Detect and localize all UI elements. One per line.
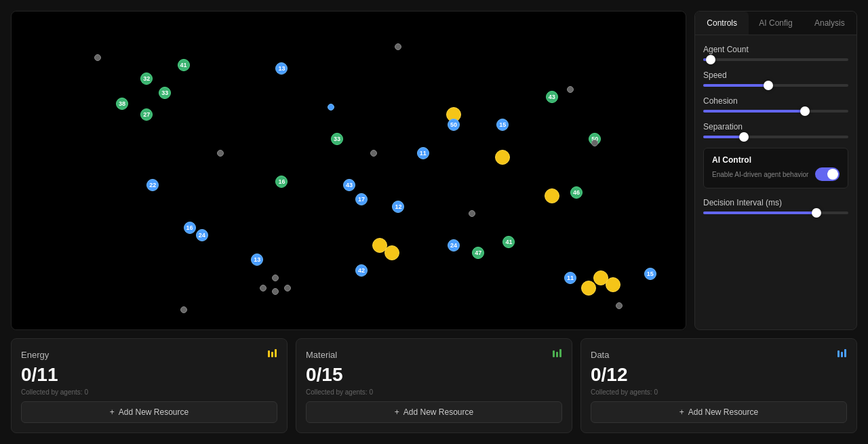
agent-dot: 43 bbox=[546, 91, 558, 103]
tab-analysis[interactable]: Analysis bbox=[803, 12, 856, 35]
energy-card: Energy 0/11 Collected by agents: 0 + Add… bbox=[11, 338, 288, 433]
plus-icon: + bbox=[679, 407, 684, 417]
agent-dot bbox=[495, 150, 510, 165]
panel-tabs: Controls AI Config Analysis bbox=[695, 12, 856, 35]
agent-dot: 16 bbox=[275, 176, 288, 188]
plus-icon: + bbox=[395, 407, 399, 417]
tab-ai-config[interactable]: AI Config bbox=[749, 12, 802, 35]
svg-rect-7 bbox=[841, 352, 843, 357]
data-icon bbox=[836, 348, 847, 361]
energy-count: 0/11 bbox=[21, 365, 277, 384]
agent-dot bbox=[284, 285, 291, 291]
agent-dot: 47 bbox=[472, 247, 484, 259]
energy-icon bbox=[267, 348, 277, 361]
agent-count-label: Agent Count bbox=[703, 45, 848, 54]
agent-dot: 17 bbox=[355, 193, 368, 205]
add-data-button[interactable]: + Add New Resource bbox=[591, 401, 847, 423]
agent-dot: 15 bbox=[496, 119, 509, 131]
agent-dot: 50 bbox=[448, 119, 460, 131]
agent-dot bbox=[180, 306, 187, 313]
agent-dot: 38 bbox=[116, 98, 128, 110]
tab-controls[interactable]: Controls bbox=[695, 12, 749, 35]
data-title: Data bbox=[591, 350, 609, 360]
decision-interval-label: Decision Interval (ms) bbox=[703, 198, 848, 207]
agent-dot bbox=[567, 86, 574, 93]
add-energy-button[interactable]: + Add New Resource bbox=[21, 401, 277, 423]
agent-dot bbox=[591, 140, 598, 146]
material-icon bbox=[551, 348, 562, 361]
svg-rect-2 bbox=[275, 349, 277, 357]
material-collected: Collected by agents: 0 bbox=[306, 388, 562, 396]
agent-dot bbox=[581, 281, 596, 296]
energy-collected: Collected by agents: 0 bbox=[21, 388, 277, 396]
agent-dot: 42 bbox=[355, 264, 368, 277]
cohesion-label: Cohesion bbox=[703, 96, 848, 106]
agent-dot bbox=[545, 188, 559, 203]
svg-rect-1 bbox=[271, 352, 273, 357]
agent-dot: 13 bbox=[275, 62, 288, 75]
ai-control-description: Enable AI-driven agent behavior bbox=[712, 171, 815, 178]
material-title: Material bbox=[306, 350, 337, 360]
agent-dot: 33 bbox=[159, 87, 171, 99]
agent-count-slider[interactable] bbox=[703, 58, 848, 61]
agent-dot bbox=[395, 43, 401, 50]
agent-count-control: Agent Count bbox=[703, 45, 848, 61]
panel-content: Agent Count Speed Cohesion bbox=[695, 35, 856, 224]
agent-dot: 41 bbox=[502, 236, 515, 248]
data-collected: Collected by agents: 0 bbox=[591, 388, 847, 396]
resource-cards: Energy 0/11 Collected by agents: 0 + Add… bbox=[11, 338, 857, 433]
agent-dot bbox=[272, 288, 279, 295]
svg-rect-5 bbox=[559, 349, 561, 357]
speed-slider[interactable] bbox=[703, 84, 848, 87]
agent-dot: 24 bbox=[196, 229, 208, 241]
agent-dot: 27 bbox=[140, 108, 153, 121]
ai-control-toggle[interactable] bbox=[815, 167, 840, 181]
agent-dot bbox=[370, 150, 377, 157]
agent-dot: 32 bbox=[140, 73, 153, 85]
agent-dot bbox=[260, 285, 267, 291]
agent-dot bbox=[94, 54, 101, 61]
agent-dot bbox=[384, 245, 399, 260]
agent-dot bbox=[616, 302, 623, 309]
energy-title: Energy bbox=[21, 350, 49, 360]
material-card: Material 0/15 Collected by agents: 0 + A… bbox=[296, 338, 572, 433]
agent-dot bbox=[328, 104, 334, 110]
agent-dot: 46 bbox=[570, 186, 583, 199]
svg-rect-4 bbox=[556, 352, 558, 357]
separation-control: Separation bbox=[703, 122, 848, 138]
agent-dot: 11 bbox=[417, 147, 429, 159]
agent-dot bbox=[272, 275, 279, 281]
agent-dot: 15 bbox=[644, 268, 656, 280]
plus-icon: + bbox=[110, 407, 115, 417]
material-count: 0/15 bbox=[306, 365, 562, 384]
agent-dot: 13 bbox=[251, 254, 263, 266]
agent-dot bbox=[606, 277, 620, 292]
agent-dot bbox=[217, 150, 224, 157]
agent-dot: 11 bbox=[564, 272, 576, 284]
controls-panel: Controls AI Config Analysis Agent Count … bbox=[694, 11, 857, 330]
cohesion-slider[interactable] bbox=[703, 110, 848, 113]
decision-interval-slider[interactable] bbox=[703, 211, 848, 214]
agent-dot bbox=[469, 210, 475, 217]
add-material-button[interactable]: + Add New Resource bbox=[306, 401, 562, 423]
agent-dot: 16 bbox=[184, 222, 196, 234]
svg-rect-6 bbox=[837, 350, 840, 357]
data-card: Data 0/12 Collected by agents: 0 + Add N… bbox=[580, 338, 857, 433]
decision-interval-control: Decision Interval (ms) bbox=[703, 198, 848, 214]
agent-dot: 24 bbox=[448, 239, 460, 251]
agent-dot: 22 bbox=[146, 179, 159, 191]
ai-control-title: AI Control bbox=[712, 155, 840, 165]
data-count: 0/12 bbox=[591, 365, 847, 384]
speed-label: Speed bbox=[703, 70, 848, 80]
svg-rect-3 bbox=[553, 350, 555, 357]
cohesion-control: Cohesion bbox=[703, 96, 848, 113]
ai-control-card: AI Control Enable AI-driven agent behavi… bbox=[703, 148, 848, 188]
svg-rect-0 bbox=[268, 350, 270, 357]
separation-slider[interactable] bbox=[703, 136, 848, 138]
speed-control: Speed bbox=[703, 70, 848, 87]
svg-rect-8 bbox=[844, 349, 846, 357]
agent-dot: 43 bbox=[343, 179, 355, 191]
agent-dot: 12 bbox=[392, 201, 404, 213]
simulation-canvas: 3241333827135015433311502243171646121624… bbox=[11, 11, 686, 330]
agent-dot: 33 bbox=[331, 133, 343, 145]
